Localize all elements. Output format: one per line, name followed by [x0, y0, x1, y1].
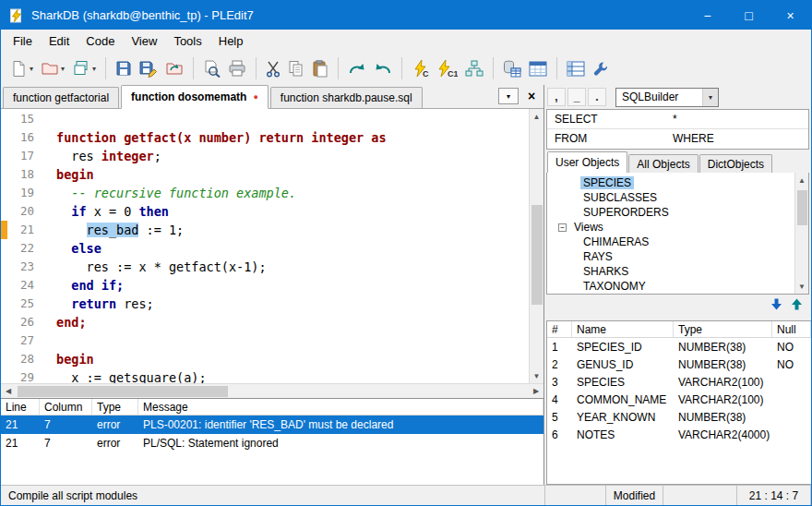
column-header-name[interactable]: Name	[572, 321, 674, 337]
menu-help[interactable]: Help	[210, 31, 252, 51]
scroll-thumb[interactable]	[797, 190, 807, 225]
sqlbuilder-button[interactable]	[563, 55, 589, 81]
cut-button[interactable]	[262, 55, 284, 81]
tree-item-taxonomy[interactable]: TAXONOMY	[547, 279, 794, 294]
compile-button[interactable]: C	[408, 55, 434, 81]
tools-button[interactable]	[589, 55, 614, 81]
builder-mode-select[interactable]: SQLBuilder ▾	[615, 88, 719, 107]
code-line[interactable]: 17 res integer;	[1, 147, 529, 165]
table-row[interactable]: 2GENUS_IDNUMBER(38)NO	[547, 355, 811, 373]
code-line[interactable]: 27	[1, 331, 529, 350]
tab-list-dropdown-button[interactable]: ▾	[498, 88, 519, 104]
table-row[interactable]: 5YEAR_KNOWNNUMBER(38)	[547, 408, 811, 426]
table-row[interactable]: 3SPECIESVARCHAR2(100)	[547, 373, 811, 391]
code-line[interactable]: 29 x := getsquare(a);	[1, 368, 529, 383]
sql-columns-cell[interactable]: *	[665, 110, 808, 129]
code-line[interactable]: 21 res_bad := 1;	[1, 221, 529, 239]
insert-comma-button[interactable]: ,	[547, 88, 566, 106]
chevron-down-icon[interactable]: ▾	[702, 89, 718, 106]
code-line[interactable]: 24 end if;	[1, 276, 529, 295]
tree-item-sharks[interactable]: SHARKS	[547, 264, 794, 279]
tab-all-objects[interactable]: All Objects	[628, 154, 698, 173]
paste-button[interactable]	[308, 55, 332, 81]
table-row[interactable]: 1SPECIES_IDNUMBER(38)NO	[547, 338, 811, 355]
scroll-track[interactable]	[530, 124, 544, 368]
tab-dict-objects[interactable]: DictObjects	[699, 154, 772, 173]
compile-single-button[interactable]: C1	[434, 55, 461, 81]
scroll-right-icon[interactable]: ▶	[529, 384, 543, 399]
menu-file[interactable]: File	[5, 31, 41, 51]
code-line[interactable]: 25 return res;	[1, 295, 529, 313]
tab-user-objects[interactable]: User Objects	[547, 151, 627, 173]
tree-item-rays[interactable]: RAYS	[547, 249, 794, 264]
code-editor[interactable]: 15 16function getfact(x number) return i…	[1, 109, 543, 398]
chevron-down-icon[interactable]: ▾	[92, 65, 96, 73]
editor-horizontal-scrollbar[interactable]: ◀ ▶	[1, 383, 543, 398]
code-line[interactable]: 16function getfact(x number) return inte…	[1, 128, 529, 147]
column-header-type[interactable]: Type	[92, 399, 138, 415]
column-header-line[interactable]: Line	[1, 399, 40, 415]
code-line[interactable]: 15	[1, 110, 529, 128]
error-row[interactable]: 21 7 error PL/SQL: Statement ignored	[1, 434, 543, 452]
move-down-button[interactable]	[769, 296, 783, 311]
code-line[interactable]: 18begin	[1, 165, 529, 184]
code-line[interactable]: 20 if x = 0 then	[1, 202, 529, 221]
table-row[interactable]: 4COMMON_NAMEVARCHAR2(100)	[547, 391, 811, 408]
column-header-null[interactable]: Null	[772, 321, 811, 337]
database-table-button[interactable]	[499, 55, 525, 81]
tree-item-superorders[interactable]: SUPERORDERS	[547, 205, 794, 220]
scroll-track[interactable]	[16, 384, 529, 399]
move-up-button[interactable]	[789, 296, 804, 311]
table-row[interactable]: 6NOTESVARCHAR2(4000)	[547, 426, 811, 443]
copy-button[interactable]	[284, 55, 308, 81]
save-button[interactable]	[112, 55, 136, 81]
scroll-up-icon[interactable]: ▲	[530, 109, 544, 124]
column-header-column[interactable]: Column	[40, 399, 92, 415]
tab-close-button[interactable]: ×	[523, 88, 540, 104]
chevron-down-icon[interactable]: ▾	[61, 65, 65, 73]
code-line[interactable]: 22 else	[1, 239, 529, 258]
tree-item-subclasses[interactable]: SUBCLASSES	[547, 190, 794, 205]
scroll-down-icon[interactable]: ▼	[794, 279, 809, 294]
tree-item-chimaeras[interactable]: CHIMAERAS	[547, 235, 794, 249]
close-button[interactable]: ×	[770, 1, 811, 30]
insert-period-button[interactable]: .	[588, 88, 606, 106]
undo-button[interactable]	[370, 55, 396, 81]
menu-tools[interactable]: Tools	[165, 31, 209, 51]
sql-where-cell[interactable]: WHERE	[665, 129, 808, 149]
code-line[interactable]: 19 -- recursive function example.	[1, 184, 529, 202]
tab-sharkdb-pause[interactable]: function sharkdb.pause.sql	[270, 87, 423, 108]
tree-item-views[interactable]: −Views	[547, 220, 794, 235]
column-header-number[interactable]: #	[547, 321, 572, 337]
error-row[interactable]: 21 7 error PLS-00201: identifier 'RES_BA…	[1, 416, 543, 434]
sql-from-cell[interactable]: FROM	[547, 129, 665, 149]
save-as-button[interactable]	[136, 55, 161, 81]
code-explorer-button[interactable]	[461, 55, 487, 81]
maximize-button[interactable]: □	[728, 1, 770, 30]
code-line[interactable]: 23 res := x * getfact(x-1);	[1, 258, 529, 276]
column-header-message[interactable]: Message	[138, 399, 543, 415]
tab-getfactorial[interactable]: function getfactorial	[3, 87, 119, 108]
scroll-up-icon[interactable]: ▲	[794, 173, 809, 187]
find-button[interactable]	[199, 55, 224, 81]
insert-underscore-button[interactable]: _	[567, 88, 586, 106]
scroll-left-icon[interactable]: ◀	[1, 384, 16, 399]
collapse-icon[interactable]: −	[558, 223, 567, 232]
menu-edit[interactable]: Edit	[41, 31, 78, 51]
column-header-type[interactable]: Type	[674, 321, 772, 337]
print-button[interactable]	[224, 55, 250, 81]
minimize-button[interactable]: −	[687, 1, 728, 30]
revert-file-button[interactable]	[161, 55, 187, 81]
scroll-down-icon[interactable]: ▼	[530, 368, 544, 383]
table-view-button[interactable]	[525, 55, 551, 81]
new-document-button[interactable]: ▾	[6, 55, 37, 81]
open-file-button[interactable]: ▾	[37, 55, 68, 81]
menu-view[interactable]: View	[123, 31, 165, 51]
tab-dosomemath[interactable]: function dosomemath ●	[121, 85, 269, 109]
code-area[interactable]: 15 16function getfact(x number) return i…	[1, 109, 529, 383]
chevron-down-icon[interactable]: ▾	[30, 65, 33, 73]
tree-scrollbar[interactable]: ▲ ▼	[794, 173, 808, 294]
open-recent-button[interactable]: ▾	[68, 55, 100, 81]
menu-code[interactable]: Code	[78, 31, 123, 51]
code-line[interactable]: 26end;	[1, 313, 529, 331]
